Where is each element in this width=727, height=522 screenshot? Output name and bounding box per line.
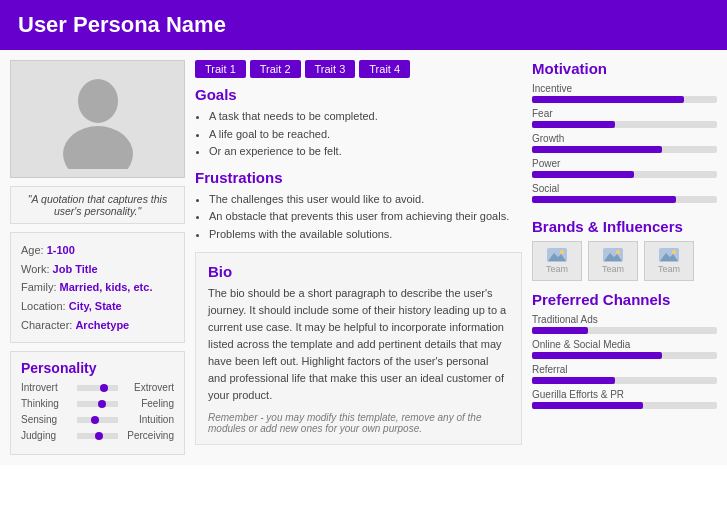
frustration-item-3: Problems with the available solutions. bbox=[209, 226, 522, 244]
trait-pill-1[interactable]: Trait 1 bbox=[195, 60, 246, 78]
trait-pill-2[interactable]: Trait 2 bbox=[250, 60, 301, 78]
channel-traditional-label: Traditional Ads bbox=[532, 314, 717, 325]
quote-text: "A quotation that captures this user's p… bbox=[28, 193, 167, 217]
info-work: Work: Job Title bbox=[21, 260, 174, 279]
motivation-social-bar-fill bbox=[532, 196, 676, 203]
brand-label-2: Team bbox=[602, 264, 624, 274]
motivation-power-label: Power bbox=[532, 158, 717, 169]
frustrations-title: Frustrations bbox=[195, 169, 522, 186]
work-label: Work: bbox=[21, 263, 50, 275]
motivation-social-label: Social bbox=[532, 183, 717, 194]
channel-social: Online & Social Media bbox=[532, 339, 717, 359]
trait-bar-1 bbox=[77, 385, 118, 391]
right-column: Motivation Incentive Fear Growth bbox=[532, 60, 717, 455]
motivation-title: Motivation bbox=[532, 60, 717, 77]
trait-indicator-3 bbox=[91, 416, 99, 424]
trait-pill-3[interactable]: Trait 3 bbox=[305, 60, 356, 78]
channel-guerilla: Guerilla Efforts & PR bbox=[532, 389, 717, 409]
brand-icon-1 bbox=[547, 248, 567, 262]
brands-row: Team Team bbox=[532, 241, 717, 281]
motivation-incentive: Incentive bbox=[532, 83, 717, 103]
motivation-fear-label: Fear bbox=[532, 108, 717, 119]
bio-text: The bio should be a short paragraph to d… bbox=[208, 285, 509, 404]
info-location: Location: City, State bbox=[21, 297, 174, 316]
brand-3: Team bbox=[644, 241, 694, 281]
info-family: Family: Married, kids, etc. bbox=[21, 278, 174, 297]
location-value: City, State bbox=[69, 300, 122, 312]
motivation-growth-bar-fill bbox=[532, 146, 662, 153]
trait-bar-4 bbox=[77, 433, 118, 439]
trait-bar-2 bbox=[77, 401, 118, 407]
motivation-growth: Growth bbox=[532, 133, 717, 153]
trait-left-1: Introvert bbox=[21, 382, 73, 393]
svg-point-0 bbox=[78, 79, 118, 123]
channel-social-label: Online & Social Media bbox=[532, 339, 717, 350]
work-value: Job Title bbox=[53, 263, 98, 275]
trait-indicator-1 bbox=[100, 384, 108, 392]
motivation-fear-bar-fill bbox=[532, 121, 615, 128]
info-age: Age: 1-100 bbox=[21, 241, 174, 260]
brand-label-1: Team bbox=[546, 264, 568, 274]
trait-judging-perceiving: Judging Perceiving bbox=[21, 430, 174, 441]
motivation-incentive-bar-bg bbox=[532, 96, 717, 103]
channels-section: Preferred Channels Traditional Ads Onlin… bbox=[532, 291, 717, 414]
channel-referral-label: Referral bbox=[532, 364, 717, 375]
page-header: User Persona Name bbox=[0, 0, 727, 50]
trait-right-2: Feeling bbox=[122, 398, 174, 409]
motivation-power: Power bbox=[532, 158, 717, 178]
channel-guerilla-bg bbox=[532, 402, 717, 409]
svg-point-7 bbox=[616, 250, 620, 254]
avatar-icon bbox=[53, 69, 143, 169]
motivation-fear-bar-bg bbox=[532, 121, 717, 128]
motivation-power-bar-fill bbox=[532, 171, 634, 178]
channel-guerilla-label: Guerilla Efforts & PR bbox=[532, 389, 717, 400]
channel-referral: Referral bbox=[532, 364, 717, 384]
info-box: Age: 1-100 Work: Job Title Family: Marri… bbox=[10, 232, 185, 343]
bio-section: Bio The bio should be a short paragraph … bbox=[195, 252, 522, 445]
trait-left-4: Judging bbox=[21, 430, 73, 441]
character-label: Character: bbox=[21, 319, 72, 331]
trait-left-2: Thinking bbox=[21, 398, 73, 409]
brands-title: Brands & Influencers bbox=[532, 218, 717, 235]
info-character: Character: Archetype bbox=[21, 316, 174, 335]
frustration-item-1: The challenges this user would like to a… bbox=[209, 191, 522, 209]
trait-right-4: Perceiving bbox=[122, 430, 174, 441]
brand-icon-3 bbox=[659, 248, 679, 262]
motivation-fear: Fear bbox=[532, 108, 717, 128]
bio-title: Bio bbox=[208, 263, 509, 280]
motivation-social: Social bbox=[532, 183, 717, 203]
age-label: Age: bbox=[21, 244, 44, 256]
channel-guerilla-fill bbox=[532, 402, 643, 409]
frustration-item-2: An obstacle that prevents this user from… bbox=[209, 208, 522, 226]
middle-column: Trait 1 Trait 2 Trait 3 Trait 4 Goals A … bbox=[195, 60, 522, 455]
channel-referral-fill bbox=[532, 377, 615, 384]
frustrations-section: Frustrations The challenges this user wo… bbox=[195, 169, 522, 244]
trait-bar-3 bbox=[77, 417, 118, 423]
trait-thinking-feeling: Thinking Feeling bbox=[21, 398, 174, 409]
trait-sensing-intuition: Sensing Intuition bbox=[21, 414, 174, 425]
brand-image-3 bbox=[660, 249, 678, 261]
svg-point-10 bbox=[672, 250, 676, 254]
trait-left-3: Sensing bbox=[21, 414, 73, 425]
personality-title: Personality bbox=[21, 360, 174, 376]
character-value: Archetype bbox=[75, 319, 129, 331]
brand-1: Team bbox=[532, 241, 582, 281]
quote-box: "A quotation that captures this user's p… bbox=[10, 186, 185, 224]
goal-item-3: Or an experience to be felt. bbox=[209, 143, 522, 161]
goal-item-1: A task that needs to be completed. bbox=[209, 108, 522, 126]
brand-2: Team bbox=[588, 241, 638, 281]
avatar bbox=[53, 69, 143, 169]
svg-point-4 bbox=[560, 250, 564, 254]
svg-point-1 bbox=[63, 126, 133, 169]
app-wrapper: User Persona Name "A quotation that capt… bbox=[0, 0, 727, 465]
brand-image-2 bbox=[604, 249, 622, 261]
trait-right-1: Extrovert bbox=[122, 382, 174, 393]
trait-right-3: Intuition bbox=[122, 414, 174, 425]
channel-traditional: Traditional Ads bbox=[532, 314, 717, 334]
motivation-incentive-label: Incentive bbox=[532, 83, 717, 94]
brand-icon-2 bbox=[603, 248, 623, 262]
main-content: "A quotation that captures this user's p… bbox=[0, 50, 727, 465]
trait-pill-4[interactable]: Trait 4 bbox=[359, 60, 410, 78]
channel-social-fill bbox=[532, 352, 662, 359]
motivation-incentive-bar-fill bbox=[532, 96, 684, 103]
